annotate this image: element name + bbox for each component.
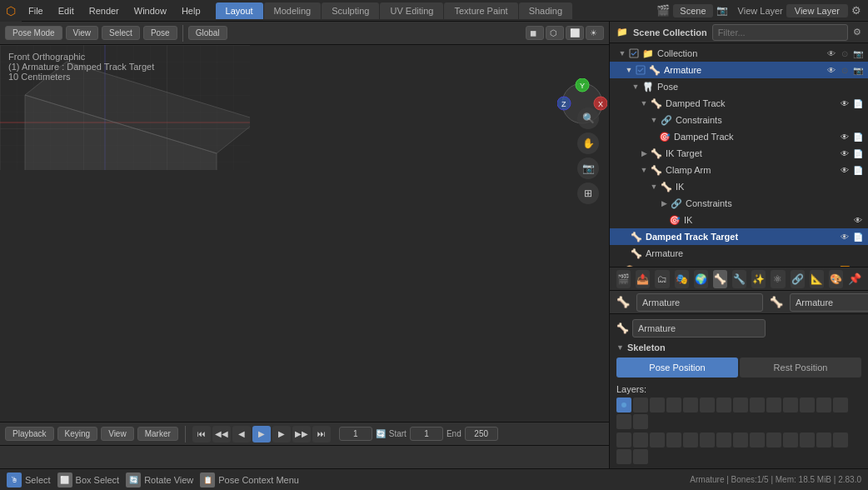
prev-frame-button[interactable]: ◀ xyxy=(232,426,251,442)
eye-icon-dt[interactable]: 👁 xyxy=(838,97,851,110)
outliner-ik-constraints[interactable]: ▶ 🔗 Constraints xyxy=(610,195,868,212)
eye-icon-dtc[interactable]: 👁 xyxy=(838,130,851,143)
menu-help[interactable]: Help xyxy=(175,4,207,18)
prop-tab-render[interactable]: 🎬 xyxy=(616,270,631,288)
prop-tab-particles[interactable]: ✨ xyxy=(751,270,766,288)
layer-dot-0[interactable] xyxy=(616,398,631,412)
playback-menu[interactable]: Playback xyxy=(5,427,54,441)
prop-tab-view-layer[interactable]: 🗂 xyxy=(655,270,669,288)
camera-icon-collection[interactable]: 📷 xyxy=(851,47,865,60)
viewport-shading-solid[interactable]: ◼ xyxy=(526,26,544,40)
outliner-damped-track[interactable]: ▼ 🦴 Damped Track 👁 📄 xyxy=(610,95,868,112)
viewport-shading-wire[interactable]: ⬡ xyxy=(546,26,564,40)
object-name-input[interactable] xyxy=(636,293,763,312)
outliner-armature-main[interactable]: ▼ 🦴 Armature 👁 ⊙ 📷 xyxy=(610,62,868,78)
prop-tab-modifier[interactable]: 🔧 xyxy=(732,270,746,288)
prop-tab-physics[interactable]: ⚛ xyxy=(771,270,785,288)
view-layer-value[interactable]: View Layer xyxy=(786,4,848,18)
tab-layout[interactable]: Layout xyxy=(216,2,263,19)
layer-dot-20[interactable] xyxy=(683,432,698,448)
outliner-dtt-selected[interactable]: 🦴 Damped Track Target 👁 📄 xyxy=(610,228,868,245)
outliner-collection[interactable]: ▼ 📁 Collection 👁 ⊙ 📷 xyxy=(610,45,868,62)
layer-dot-13[interactable] xyxy=(833,398,848,412)
eye-icon-ikc[interactable]: 👁 xyxy=(851,213,865,227)
prop-tab-material[interactable]: 🎨 xyxy=(829,270,843,288)
layer-dot-24[interactable] xyxy=(750,432,765,448)
next-frame-button[interactable]: ▶ xyxy=(272,426,291,442)
data-icon-ikt[interactable]: 📄 xyxy=(851,147,865,160)
layer-dot-7[interactable] xyxy=(733,398,748,412)
properties-pin-icon[interactable]: 📌 xyxy=(848,272,861,285)
layer-dot-6[interactable] xyxy=(716,398,731,412)
menu-window[interactable]: Window xyxy=(127,4,173,18)
outliner-clamp-arm[interactable]: ▼ 🦴 Clamp Arm 👁 📄 xyxy=(610,162,868,178)
transform-selector[interactable]: Global xyxy=(188,26,227,40)
data-name-input[interactable] xyxy=(790,293,868,312)
scene-name[interactable]: Scene xyxy=(673,4,712,18)
viewport-shading-rendered[interactable]: ☀ xyxy=(586,26,604,40)
outliner-pose[interactable]: ▼ 🦷 Pose xyxy=(610,78,868,95)
layer-dot-30[interactable] xyxy=(616,449,631,464)
outliner-cube[interactable]: 📦 Cube 🔀 ⊿ xyxy=(610,262,868,267)
layer-dot-26[interactable] xyxy=(783,432,798,448)
layer-dot-11[interactable] xyxy=(800,398,815,412)
mode-selector[interactable]: Pose Mode xyxy=(5,26,62,40)
camera-icon-armature[interactable]: 📷 xyxy=(851,63,865,77)
data-icon-dtt[interactable]: 📄 xyxy=(851,230,865,243)
outliner-filter-icon[interactable]: ⚙ xyxy=(853,27,861,38)
tab-sculpting[interactable]: Sculpting xyxy=(322,2,379,19)
data-icon-dtc[interactable]: 📄 xyxy=(851,130,865,143)
restrict-icon-armature[interactable]: ⊙ xyxy=(838,63,851,77)
pose-position-button[interactable]: Pose Position xyxy=(616,358,738,378)
outliner-ik-constraint[interactable]: 🎯 IK 👁 xyxy=(610,212,868,228)
zoom-in-button[interactable]: 🔍 xyxy=(577,108,599,129)
layer-dot-21[interactable] xyxy=(700,432,715,448)
prop-tab-output[interactable]: 📤 xyxy=(636,270,650,288)
tab-modeling[interactable]: Modeling xyxy=(264,2,322,19)
layer-dot-14[interactable] xyxy=(616,414,631,429)
eye-icon-ca[interactable]: 👁 xyxy=(838,163,851,177)
marker-menu[interactable]: Marker xyxy=(137,427,178,441)
keying-menu[interactable]: Keying xyxy=(57,427,98,441)
view-menu-timeline[interactable]: View xyxy=(101,427,134,441)
layer-dot-19[interactable] xyxy=(666,432,681,448)
rest-position-button[interactable]: Rest Position xyxy=(740,358,861,378)
layer-dot-5[interactable] xyxy=(700,398,715,412)
jump-end-button[interactable]: ⏭ xyxy=(312,426,331,442)
layer-dot-3[interactable] xyxy=(666,398,681,412)
layer-dot-8[interactable] xyxy=(750,398,765,412)
layer-dot-16[interactable] xyxy=(616,432,631,448)
prop-tab-object-data[interactable]: 📐 xyxy=(810,270,824,288)
layer-dot-27[interactable] xyxy=(800,432,815,448)
layer-dot-25[interactable] xyxy=(766,432,781,448)
layer-dot-17[interactable] xyxy=(633,432,648,448)
prop-tab-object[interactable]: 🦴 xyxy=(713,270,727,288)
prop-tab-constraints[interactable]: 🔗 xyxy=(791,270,805,288)
cube-extra-icon[interactable]: 🔀 xyxy=(838,263,851,267)
layer-dot-9[interactable] xyxy=(766,398,781,412)
select-menu[interactable]: Select xyxy=(102,26,140,40)
tab-shading[interactable]: Shading xyxy=(519,2,572,19)
play-button[interactable]: ▶ xyxy=(252,426,271,442)
prev-keyframe-button[interactable]: ◀◀ xyxy=(212,426,231,442)
layer-dot-15[interactable] xyxy=(633,414,648,429)
start-frame-input[interactable] xyxy=(410,427,443,441)
tab-texture-paint[interactable]: Texture Paint xyxy=(444,2,517,19)
outliner-ik-target[interactable]: ▶ 🦴 IK Target 👁 📄 xyxy=(610,145,868,162)
grid-button[interactable]: ⊞ xyxy=(577,182,599,204)
layer-dot-12[interactable] xyxy=(816,398,831,412)
camera-button[interactable]: 📷 xyxy=(577,158,599,179)
layer-dot-22[interactable] xyxy=(716,432,731,448)
menu-file[interactable]: File xyxy=(22,4,50,18)
next-keyframe-button[interactable]: ▶▶ xyxy=(292,426,311,442)
pose-menu[interactable]: Pose xyxy=(143,26,177,40)
jump-start-button[interactable]: ⏮ xyxy=(192,426,211,442)
layer-dot-10[interactable] xyxy=(783,398,798,412)
layer-dot-29[interactable] xyxy=(833,432,848,448)
pan-button[interactable]: ✋ xyxy=(577,132,599,154)
outliner-search-input[interactable] xyxy=(712,24,848,41)
menu-render[interactable]: Render xyxy=(82,4,126,18)
eye-icon-collection[interactable]: 👁 xyxy=(825,47,838,60)
skeleton-armature-input[interactable] xyxy=(632,319,766,338)
layer-dot-31[interactable] xyxy=(633,449,648,464)
